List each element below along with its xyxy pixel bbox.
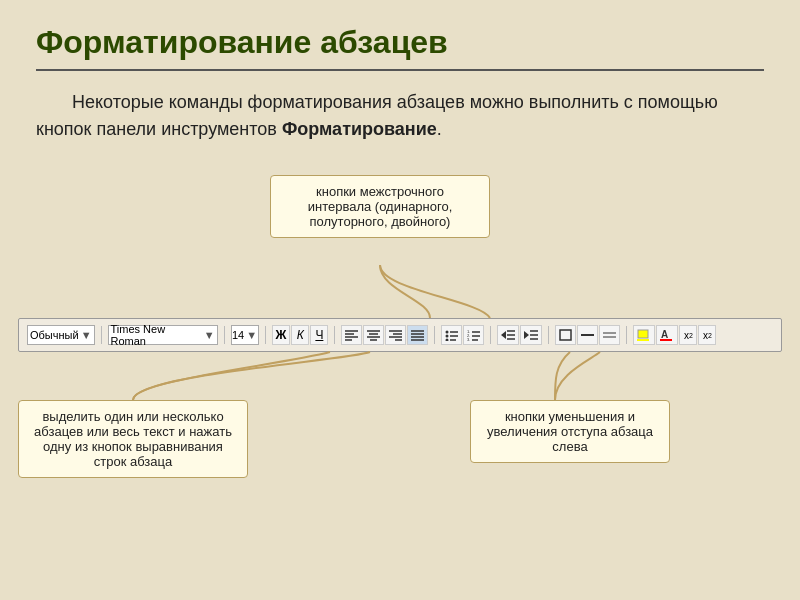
- italic-button[interactable]: К: [291, 325, 309, 345]
- decrease-indent-icon: [501, 329, 515, 341]
- shading-button[interactable]: [633, 325, 655, 345]
- align-center-button[interactable]: [363, 325, 384, 345]
- sep4: [334, 326, 335, 344]
- align-left-icon: [345, 329, 358, 341]
- align-center-icon: [367, 329, 380, 341]
- bullets-icon: [445, 329, 458, 341]
- svg-rect-36: [560, 330, 571, 340]
- increase-indent-button[interactable]: [520, 325, 542, 345]
- page-title: Форматирование абзацев: [36, 24, 764, 61]
- font-arrow-icon: ▼: [204, 329, 215, 341]
- align-right-button[interactable]: [385, 325, 406, 345]
- style-arrow-icon: ▼: [81, 329, 92, 341]
- callout-alignment: выделить один или несколько абзацев или …: [18, 400, 248, 478]
- sep3: [265, 326, 266, 344]
- svg-marker-28: [501, 331, 506, 339]
- bold-button[interactable]: Ж: [272, 325, 291, 345]
- align-justify-button[interactable]: [407, 325, 428, 345]
- size-arrow-icon: ▼: [246, 329, 257, 341]
- align-justify-icon: [411, 329, 424, 341]
- svg-rect-40: [638, 330, 648, 338]
- svg-point-16: [446, 331, 449, 334]
- subscript-button[interactable]: x2: [698, 325, 716, 345]
- align-right-icon: [389, 329, 402, 341]
- intro-bold: Форматирование: [282, 119, 437, 139]
- line1-button[interactable]: [577, 325, 598, 345]
- slide: Форматирование абзацев Некоторые команды…: [0, 0, 800, 600]
- intro-text-part2: .: [437, 119, 442, 139]
- sep1: [101, 326, 102, 344]
- line2-icon: [603, 329, 616, 341]
- sep2: [224, 326, 225, 344]
- sep8: [626, 326, 627, 344]
- increase-indent-icon: [524, 329, 538, 341]
- line1-icon: [581, 329, 594, 341]
- color-group: A x2 x2: [633, 325, 716, 345]
- callout-bottom-right-text: кнопки уменьшения и увеличения отступа а…: [487, 409, 653, 454]
- callout-line-spacing: кнопки межстрочного интервала (одинарног…: [270, 175, 490, 238]
- callout-top-text: кнопки межстрочного интервала (одинарног…: [308, 184, 453, 229]
- sep7: [548, 326, 549, 344]
- style-label: Обычный: [30, 329, 79, 341]
- decrease-indent-button[interactable]: [497, 325, 519, 345]
- align-left-button[interactable]: [341, 325, 362, 345]
- intro-paragraph: Некоторые команды форматирования абзацев…: [36, 89, 764, 143]
- font-select[interactable]: Times New Roman ▼: [108, 325, 218, 345]
- list-group: 1. 2. 3.: [441, 325, 484, 345]
- border-icon: [559, 329, 572, 341]
- font-color-icon: A: [660, 329, 674, 341]
- border-button[interactable]: [555, 325, 576, 345]
- size-select[interactable]: 14 ▼: [231, 325, 259, 345]
- style-select[interactable]: Обычный ▼: [27, 325, 95, 345]
- border-group: [555, 325, 620, 345]
- svg-point-17: [446, 335, 449, 338]
- sep6: [490, 326, 491, 344]
- callout-bottom-left-text: выделить один или несколько абзацев или …: [34, 409, 232, 469]
- superscript-button[interactable]: x2: [679, 325, 697, 345]
- title-divider: [36, 69, 764, 71]
- bullets-button[interactable]: [441, 325, 462, 345]
- font-color-button[interactable]: A: [656, 325, 678, 345]
- svg-text:A: A: [661, 329, 668, 340]
- numbering-icon: 1. 2. 3.: [467, 329, 480, 341]
- callout-indent: кнопки уменьшения и увеличения отступа а…: [470, 400, 670, 463]
- size-label: 14: [232, 329, 244, 341]
- indent-group: [497, 325, 542, 345]
- shading-icon: [637, 329, 651, 341]
- numbering-button[interactable]: 1. 2. 3.: [463, 325, 484, 345]
- svg-marker-32: [524, 331, 529, 339]
- underline-button[interactable]: Ч: [310, 325, 328, 345]
- formatting-toolbar: Обычный ▼ Times New Roman ▼ 14 ▼ Ж К Ч: [18, 318, 782, 352]
- sep5: [434, 326, 435, 344]
- text-format-group: Ж К Ч: [272, 325, 329, 345]
- svg-point-18: [446, 339, 449, 342]
- line2-button[interactable]: [599, 325, 620, 345]
- svg-text:3.: 3.: [467, 337, 470, 341]
- font-label: Times New Roman: [111, 323, 202, 347]
- alignment-group: [341, 325, 428, 345]
